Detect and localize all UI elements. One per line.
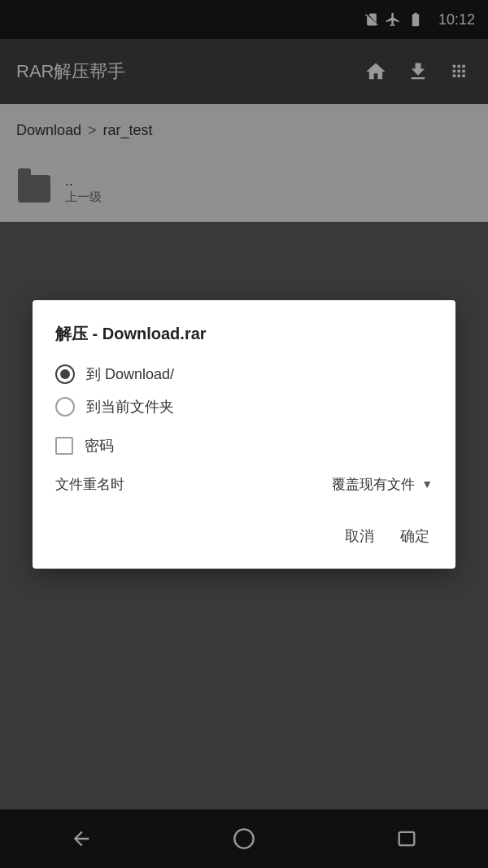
- conflict-value-text: 覆盖现有文件: [332, 475, 415, 494]
- checkbox-label: 密码: [85, 436, 114, 456]
- confirm-button[interactable]: 确定: [397, 520, 433, 552]
- radio-download-inner: [60, 369, 70, 379]
- dialog-title-bold: Download.rar: [102, 325, 207, 342]
- radio-download[interactable]: 到 Download/: [55, 364, 433, 384]
- dialog-actions: 取消 确定: [55, 520, 433, 552]
- conflict-label: 文件重名时: [55, 475, 124, 494]
- radio-download-label: 到 Download/: [86, 364, 174, 384]
- destination-radio-group: 到 Download/ 到当前文件夹: [55, 364, 433, 417]
- password-checkbox[interactable]: 密码: [55, 436, 433, 456]
- radio-download-circle: [55, 364, 75, 384]
- extract-dialog: 解压 - Download.rar 到 Download/ 到当前文件夹 密码: [33, 300, 455, 569]
- radio-current-folder[interactable]: 到当前文件夹: [55, 397, 433, 417]
- chevron-down-icon: ▼: [421, 478, 433, 491]
- radio-current-label: 到当前文件夹: [86, 397, 174, 417]
- dialog-overlay: 解压 - Download.rar 到 Download/ 到当前文件夹 密码: [0, 0, 488, 868]
- conflict-dropdown[interactable]: 覆盖现有文件 ▼: [332, 475, 433, 494]
- dialog-title-prefix: 解压 -: [55, 325, 102, 342]
- radio-current-circle: [55, 397, 75, 417]
- checkbox-box: [55, 437, 73, 455]
- dialog-title: 解压 - Download.rar: [55, 323, 433, 345]
- file-conflict-row: 文件重名时 覆盖现有文件 ▼: [55, 475, 433, 497]
- password-checkbox-group: 密码: [55, 436, 433, 456]
- cancel-button[interactable]: 取消: [342, 520, 377, 552]
